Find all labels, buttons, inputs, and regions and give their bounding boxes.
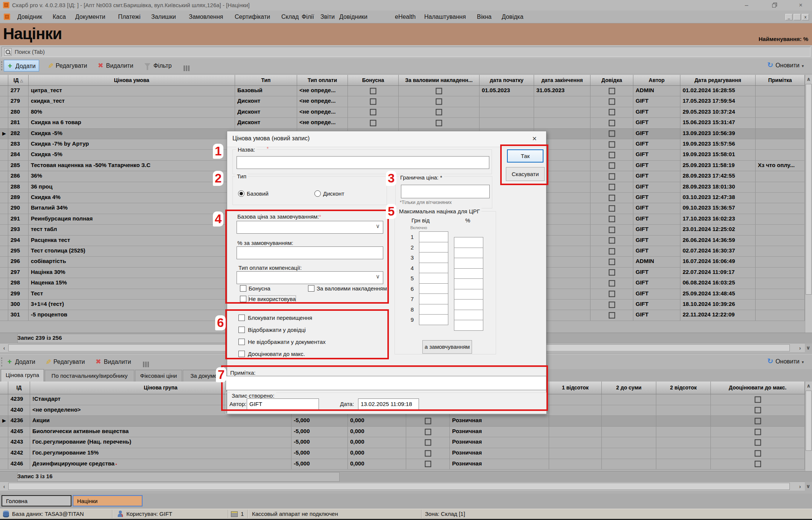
checkbox[interactable]	[754, 418, 761, 424]
crg-percent-input[interactable]	[454, 268, 483, 279]
columns-button[interactable]	[140, 356, 152, 368]
cell[interactable]: GIFT	[633, 278, 680, 288]
cell[interactable]: -5,000	[291, 427, 348, 437]
scroll-left-icon[interactable]: ‹	[0, 482, 8, 491]
cell[interactable]	[0, 150, 8, 160]
cell[interactable]	[348, 107, 399, 117]
menu-item-11[interactable]: Довідники	[335, 11, 371, 23]
cell[interactable]: 3+1=4 (тест)	[29, 300, 235, 310]
cell[interactable]: Наценка 15%	[29, 278, 235, 288]
cell[interactable]	[590, 310, 633, 320]
cell[interactable]	[756, 150, 805, 160]
cell[interactable]	[0, 437, 8, 448]
crg-amount-input[interactable]	[419, 242, 448, 253]
cell[interactable]	[756, 171, 805, 181]
cell[interactable]: 01.02.2024 16:28:55	[680, 86, 756, 96]
checkbox[interactable]	[436, 99, 442, 105]
cell[interactable]	[0, 171, 8, 181]
cell[interactable]	[590, 214, 633, 224]
column-header-2 до суми[interactable]: 2 до суми	[602, 382, 656, 394]
cell[interactable]	[756, 182, 805, 192]
scroll-up-icon[interactable]: ∧	[804, 75, 812, 83]
cell[interactable]	[756, 268, 805, 278]
checkbox[interactable]	[609, 163, 615, 169]
cell[interactable]	[0, 193, 8, 203]
checkbox[interactable]	[609, 205, 615, 212]
checkbox[interactable]	[370, 120, 376, 126]
table-row[interactable]: 4243Гос.регулирование (Нац. перечень)-5,…	[0, 437, 805, 448]
cell[interactable]: 22.07.2024 11:09:17	[680, 268, 756, 278]
cell[interactable]: 298	[8, 278, 29, 288]
crg-percent-input[interactable]	[454, 248, 483, 258]
column-header-Примітка[interactable]: Примітка	[756, 75, 805, 86]
scroll-right-icon[interactable]: ›	[796, 482, 804, 491]
cell[interactable]: 299	[8, 289, 29, 299]
cell[interactable]: 289	[8, 193, 29, 203]
cell[interactable]	[534, 118, 590, 128]
cell[interactable]: 4246	[8, 459, 30, 470]
checkbox[interactable]	[609, 301, 615, 308]
cell[interactable]: GIFT	[633, 310, 680, 320]
radio-base-label[interactable]: Базовий	[247, 190, 269, 197]
menu-item-5[interactable]: Залишки	[147, 11, 180, 23]
mdi-minimize-button[interactable]: _	[785, 14, 792, 20]
cell[interactable]	[0, 278, 8, 288]
not-used-checkbox[interactable]	[240, 296, 246, 302]
cell[interactable]	[711, 448, 805, 459]
checkbox[interactable]	[436, 109, 442, 116]
cell[interactable]	[480, 107, 534, 117]
crg-amount-input[interactable]	[419, 252, 448, 263]
cell[interactable]: 279	[8, 96, 29, 106]
cell[interactable]	[549, 459, 602, 470]
cell[interactable]: GIFT	[633, 236, 680, 246]
restore-button[interactable]	[765, 1, 783, 10]
cell[interactable]	[0, 246, 8, 256]
cell[interactable]	[756, 107, 805, 117]
cell[interactable]	[549, 437, 602, 448]
cell[interactable]	[756, 118, 805, 128]
cell[interactable]	[0, 107, 8, 117]
cell[interactable]: 301	[8, 310, 29, 320]
cell[interactable]	[590, 193, 633, 203]
checkbox[interactable]	[370, 109, 376, 116]
cell[interactable]: Гос.регулирование 15%	[30, 448, 291, 459]
cell[interactable]: 4239	[8, 394, 30, 405]
cell[interactable]	[656, 437, 711, 448]
cell[interactable]: 285	[8, 161, 29, 171]
cell[interactable]	[406, 416, 450, 426]
tab-1[interactable]: Цінова група	[1, 369, 44, 382]
mdi-restore-button[interactable]	[794, 14, 801, 20]
cell[interactable]	[590, 129, 633, 139]
table-row[interactable]: 277цитра_тестБазовый<не опреде...01.05.2…	[0, 86, 805, 96]
gross-invoices-label[interactable]: За валовими накладенням	[317, 285, 387, 292]
cell[interactable]: Виталий 34%	[29, 203, 235, 213]
checkbox[interactable]	[609, 99, 615, 105]
cell[interactable]: 29.05.2023 10:37:24	[680, 107, 756, 117]
cell[interactable]	[590, 203, 633, 213]
cell[interactable]: Розничная	[450, 437, 549, 448]
comp-pay-select[interactable]: ∨	[237, 271, 383, 284]
block-exceed-checkbox[interactable]	[238, 315, 245, 321]
cell[interactable]: 36 проц	[29, 182, 235, 192]
checkbox[interactable]	[609, 184, 615, 190]
cell[interactable]	[756, 193, 805, 203]
checkbox[interactable]	[609, 173, 615, 179]
cell[interactable]: 4245	[8, 427, 30, 437]
menu-item-7[interactable]: Сертифікати	[231, 11, 274, 23]
cell[interactable]: 4242	[8, 448, 30, 459]
cell[interactable]	[590, 86, 633, 96]
crg-amount-input[interactable]	[419, 231, 448, 242]
name-input[interactable]	[237, 156, 489, 169]
cell[interactable]: 281	[8, 118, 29, 128]
checkbox[interactable]	[609, 227, 615, 233]
cell[interactable]	[0, 161, 8, 171]
hide-in-docs-checkbox[interactable]	[238, 339, 245, 345]
cell[interactable]	[656, 394, 711, 405]
crg-percent-input[interactable]	[454, 258, 483, 269]
cell[interactable]	[590, 96, 633, 106]
cell[interactable]	[0, 257, 8, 267]
cell[interactable]: 296	[8, 257, 29, 267]
menu-item-9[interactable]: Філії	[298, 11, 318, 23]
cell[interactable]: GIFT	[633, 300, 680, 310]
cell[interactable]	[399, 96, 480, 106]
